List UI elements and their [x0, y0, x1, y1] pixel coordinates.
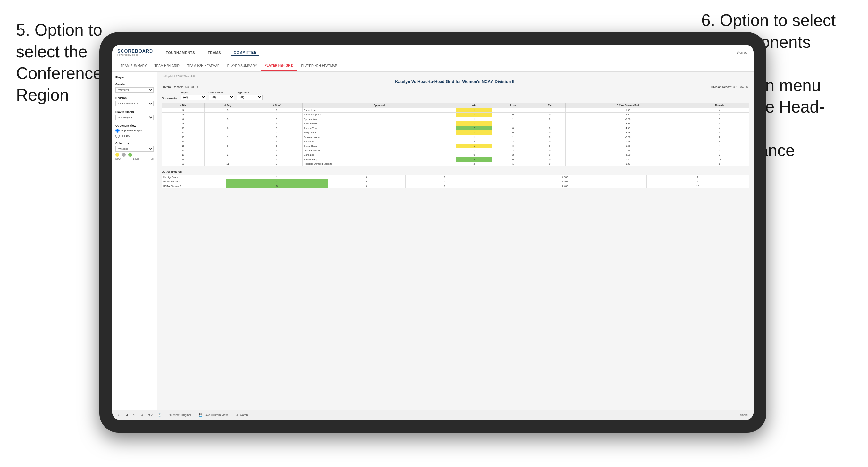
- nav-committee[interactable]: COMMITTEE: [231, 49, 259, 56]
- radio-opponents-played[interactable]: Opponents Played: [116, 128, 154, 133]
- nav-tournaments[interactable]: TOURNAMENTS: [163, 49, 197, 56]
- save-icon: 💾: [199, 413, 202, 417]
- th-div: # Div: [162, 103, 205, 108]
- sidebar-division-label: Division: [116, 96, 154, 100]
- logo-title: SCOREBOARD: [117, 49, 153, 54]
- sidebar-player-rank-section: Player (Rank) 8. Katelyn Vo: [116, 110, 154, 120]
- conference-label: Conference: [209, 91, 235, 94]
- color-dot-green: [128, 153, 132, 157]
- toolbar-sep-3: [231, 412, 232, 418]
- sidebar-gender-label: Gender: [116, 83, 154, 86]
- sidebar-colors: [116, 153, 154, 157]
- content-area: Last Updated: 27/03/2024 - 14:34 Katelyn…: [157, 72, 753, 410]
- out-of-division-label: Out of division: [162, 170, 749, 174]
- table-row: 331 Esther Lee 1 1.504: [162, 108, 749, 113]
- table-row: NAIA Division 1 15 0 0 9.267 30: [162, 180, 749, 184]
- sidebar-legend-labels: Down Level Up: [116, 158, 154, 160]
- save-custom-button[interactable]: 💾 Save Custom View: [197, 413, 229, 417]
- toolbar-sep-1: [165, 412, 165, 418]
- top-nav: SCOREBOARD Powered by clippd TOURNAMENTS…: [112, 45, 753, 60]
- table-row: 914 Sharon Mun 1 3.673: [162, 122, 749, 126]
- table-row: 633 Sydney Kuo 1 10 -1.003: [162, 117, 749, 122]
- table-row: 1623 Jessica Mason 1 20 -0.947: [162, 148, 749, 153]
- sidebar-player-rank-select[interactable]: 8. Katelyn Vo: [116, 115, 154, 120]
- subnav-player-h2h-grid[interactable]: PLAYER H2H GRID: [261, 61, 297, 70]
- filter-conference: Conference (All): [209, 91, 235, 100]
- sidebar-gender-select[interactable]: Women's: [116, 87, 154, 93]
- table-row: 1585 Stella Cheng 1 00 1.254: [162, 144, 749, 148]
- copy-button[interactable]: ⧉: [140, 412, 144, 417]
- sidebar-opponent-view-label: Opponent view: [116, 124, 154, 127]
- sidebar-opponent-view-section: Opponent view Opponents Played Top 100: [116, 124, 154, 138]
- nav-teams[interactable]: TEAMS: [205, 49, 223, 56]
- table-row: 1063 Andrea York 2 00 4.004: [162, 126, 749, 130]
- subnav-team-h2h-grid[interactable]: TEAM H2H GRID: [151, 62, 183, 70]
- division-record: Division Record: 331 - 34 - 6: [711, 85, 748, 89]
- sidebar-gender-section: Gender Women's: [116, 83, 154, 93]
- subnav-player-summary[interactable]: PLAYER SUMMARY: [224, 62, 260, 70]
- table-row: 1822 Euna Lee 0 20 -5.002: [162, 153, 749, 157]
- th-conf: # Conf: [251, 103, 302, 108]
- sidebar-player-label: Player: [116, 75, 154, 79]
- table-row: 19106 Emily Chang 4 00 0.3011: [162, 157, 749, 162]
- tablet-screen: SCOREBOARD Powered by clippd TOURNAMENTS…: [112, 45, 753, 420]
- out-of-division-table: Foreign Team 1 0 0 4.500 2 NAIA Division…: [162, 175, 749, 188]
- filters-container: Opponents: Region (All) Conference (All): [162, 91, 749, 100]
- table-row: 20117 Federica Domecq Lacroze 2 10 1.336: [162, 162, 749, 166]
- toolbar-sep-2: [195, 412, 195, 418]
- watch-button[interactable]: 👁 Watch: [235, 413, 249, 417]
- table-row: 1474 Eunice Yi 2 20 0.389: [162, 139, 749, 144]
- view-original-button[interactable]: 👁 View: Original: [168, 413, 192, 417]
- opponent-select[interactable]: (All): [237, 95, 262, 100]
- main-table: # Div # Reg # Conf Opponent Win Loss Tie…: [162, 102, 749, 166]
- table-row: NCAA Division 2 5 0 0 7.400 10: [162, 184, 749, 188]
- undo-button[interactable]: ↩: [117, 413, 122, 417]
- conference-select[interactable]: (All): [209, 95, 235, 100]
- region-label: Region: [181, 91, 206, 94]
- sidebar-colour-select[interactable]: Win/loss: [116, 146, 154, 152]
- history-back-button[interactable]: ◀: [124, 413, 129, 417]
- table-row: Foreign Team 1 0 0 4.500 2: [162, 175, 749, 180]
- filter-region: Region (All): [181, 91, 206, 100]
- overall-record: Overall Record: 353 - 34 - 6: [163, 85, 198, 89]
- subnav-team-summary[interactable]: TEAM SUMMARY: [117, 62, 150, 70]
- th-reg: # Reg: [205, 103, 251, 108]
- sidebar-division-section: Division NCAA Division III: [116, 96, 154, 106]
- logo-subtitle: Powered by clippd: [117, 54, 153, 56]
- paste-button[interactable]: ⌘V: [147, 413, 154, 417]
- subnav-player-h2h-heatmap[interactable]: PLAYER H2H HEATMAP: [298, 62, 340, 70]
- redo-button[interactable]: ↪: [132, 413, 137, 417]
- subnav-team-h2h-heatmap[interactable]: TEAM H2H HEATMAP: [184, 62, 223, 70]
- radio-top100[interactable]: Top 100: [116, 134, 154, 138]
- th-win: Win: [456, 103, 492, 108]
- share-icon: ⤴: [738, 413, 739, 417]
- sidebar-player-section: Player: [116, 75, 154, 79]
- opponents-label: Opponents:: [162, 97, 178, 100]
- scoreboard-logo: SCOREBOARD Powered by clippd: [117, 49, 153, 56]
- main-content: Player Gender Women's Division NCAA Divi…: [112, 72, 753, 410]
- report-title: Katelyn Vo Head-to-Head Grid for Women's…: [162, 79, 749, 84]
- th-diff: Diff Av Strokes/Rnd: [565, 103, 690, 108]
- th-opponent: Opponent: [302, 103, 456, 108]
- sidebar: Player Gender Women's Division NCAA Divi…: [112, 72, 157, 410]
- watch-icon: 👁: [236, 413, 239, 417]
- share-button[interactable]: ⤴ Share: [736, 413, 749, 417]
- sidebar-radio-group: Opponents Played Top 100: [116, 128, 154, 138]
- opponent-filter-label: Opponent: [237, 91, 262, 94]
- sidebar-division-select[interactable]: NCAA Division III: [116, 101, 154, 106]
- color-dot-grey: [122, 153, 126, 157]
- eye-icon: 👁: [169, 413, 172, 417]
- tablet: SCOREBOARD Powered by clippd TOURNAMENTS…: [99, 32, 766, 433]
- color-dot-yellow: [116, 153, 119, 157]
- clock-icon: 🕐: [156, 413, 162, 417]
- sign-out-button[interactable]: Sign out: [737, 51, 748, 54]
- records-row: Overall Record: 353 - 34 - 6 Division Re…: [162, 85, 749, 89]
- table-row: 522 Alexis Sudjianto 1 00 4.003: [162, 113, 749, 117]
- toolbar: ↩ ◀ ↪ ⧉ ⌘V 🕐 👁 View: Original 💾 Save Cus…: [112, 410, 753, 420]
- table-row: 1125 Heejo Hyun 1 00 3.333: [162, 130, 749, 135]
- region-select[interactable]: (All): [181, 95, 206, 100]
- th-rounds: Rounds: [690, 103, 749, 108]
- sidebar-colour-label: Colour by: [116, 142, 154, 145]
- sub-nav: TEAM SUMMARY TEAM H2H GRID TEAM H2H HEAT…: [112, 60, 753, 72]
- table-row: 1311 Jessica Huang 1 10 -3.002: [162, 135, 749, 139]
